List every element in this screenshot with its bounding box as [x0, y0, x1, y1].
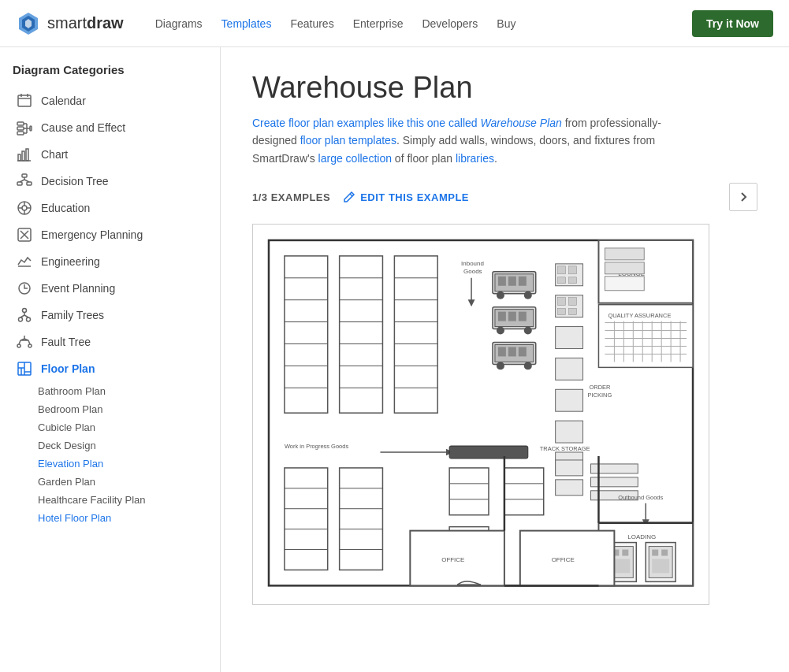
- sidebar-item-calendar[interactable]: Calendar: [13, 87, 207, 114]
- svg-rect-112: [556, 421, 583, 443]
- nav-developers[interactable]: Developers: [422, 17, 478, 30]
- svg-point-27: [22, 206, 27, 210]
- svg-text:TRACK STORAGE: TRACK STORAGE: [540, 445, 590, 452]
- svg-line-52: [350, 194, 352, 196]
- svg-point-98: [524, 362, 532, 370]
- svg-rect-61: [340, 256, 383, 413]
- svg-text:Goods: Goods: [463, 268, 482, 275]
- navbar: smartdraw Diagrams Templates Features En…: [0, 0, 789, 47]
- svg-rect-87: [498, 312, 506, 321]
- svg-point-91: [524, 327, 532, 335]
- sidebar-label-engineering: Engineering: [41, 255, 100, 268]
- cause-effect-icon: [16, 119, 33, 136]
- sidebar-label-event: Event Planning: [41, 282, 115, 295]
- svg-rect-94: [498, 347, 506, 357]
- svg-rect-15: [30, 126, 32, 131]
- sidebar-item-event[interactable]: Event Planning: [13, 275, 207, 302]
- sidebar-label-decision-tree: Decision Tree: [41, 175, 109, 187]
- svg-rect-120: [605, 262, 644, 274]
- sidebar-item-family-trees[interactable]: Family Trees: [13, 302, 207, 329]
- svg-rect-16: [18, 154, 20, 161]
- example-bar: 1/3 EXAMPLES EDIT THIS EXAMPLE: [252, 183, 757, 211]
- svg-point-45: [17, 344, 20, 347]
- nav-buy[interactable]: Buy: [497, 17, 515, 30]
- next-example-button[interactable]: [729, 183, 757, 211]
- svg-rect-80: [498, 277, 506, 286]
- main-container: Diagram Categories Calendar: [0, 47, 789, 672]
- nav-features[interactable]: Features: [290, 17, 333, 30]
- svg-text:ORDER: ORDER: [590, 384, 612, 391]
- svg-rect-107: [558, 309, 566, 315]
- family-trees-icon: [16, 306, 33, 324]
- svg-rect-68: [394, 256, 437, 413]
- floor-plan-icon: [16, 360, 33, 377]
- sub-item-cubicle[interactable]: Cubicle Plan: [38, 418, 207, 436]
- nav-links: Diagrams Templates Features Enterprise D…: [155, 17, 692, 30]
- sub-item-bedroom[interactable]: Bedroom Plan: [38, 400, 207, 418]
- svg-rect-106: [569, 298, 577, 306]
- sidebar-item-chart[interactable]: Chart: [13, 141, 207, 168]
- svg-text:Inbound: Inbound: [461, 260, 484, 267]
- sidebar: Diagram Categories Calendar: [0, 47, 221, 672]
- edit-example-link[interactable]: EDIT THIS EXAMPLE: [343, 191, 469, 203]
- sidebar-label-calendar: Calendar: [41, 95, 86, 107]
- svg-rect-89: [519, 312, 527, 321]
- emergency-icon: [16, 226, 33, 243]
- sidebar-heading: Diagram Categories: [13, 63, 207, 76]
- sub-item-elevation[interactable]: Elevation Plan: [38, 455, 207, 473]
- sidebar-label-cause-effect: Cause and Effect: [41, 121, 125, 134]
- nav-enterprise[interactable]: Enterprise: [353, 17, 404, 30]
- svg-text:Work in Progress Goods: Work in Progress Goods: [285, 443, 348, 450]
- event-icon: [16, 280, 33, 297]
- sidebar-item-decision-tree[interactable]: Decision Tree: [13, 168, 207, 195]
- decision-tree-icon: [16, 173, 33, 190]
- nav-templates[interactable]: Templates: [221, 17, 272, 30]
- svg-point-46: [28, 344, 32, 347]
- try-now-button[interactable]: Try it Now: [692, 10, 773, 37]
- svg-rect-54: [285, 256, 328, 413]
- svg-rect-102: [558, 277, 566, 284]
- svg-rect-17: [22, 151, 24, 161]
- svg-point-84: [524, 291, 532, 299]
- example-count: 1/3 EXAMPLES: [252, 191, 330, 203]
- sidebar-label-education: Education: [41, 202, 90, 214]
- svg-rect-156: [504, 468, 544, 515]
- page-title: Warehouse Plan: [252, 71, 757, 105]
- sub-item-hotel[interactable]: Hotel Floor Plan: [38, 509, 207, 527]
- svg-line-44: [28, 340, 30, 344]
- svg-rect-175: [652, 550, 658, 556]
- nav-diagrams[interactable]: Diagrams: [155, 17, 203, 30]
- svg-rect-145: [340, 468, 383, 570]
- sidebar-item-emergency[interactable]: Emergency Planning: [13, 221, 207, 248]
- svg-rect-177: [652, 559, 669, 574]
- svg-rect-20: [22, 174, 27, 177]
- warehouse-svg: Inbound Goods: [261, 232, 701, 593]
- calendar-icon: [16, 92, 33, 110]
- engineering-icon: [16, 253, 33, 270]
- sub-item-bathroom[interactable]: Bathroom Plan: [38, 382, 207, 400]
- svg-text:OFFICE: OFFICE: [441, 557, 464, 564]
- svg-rect-139: [449, 446, 528, 459]
- sub-item-garden[interactable]: Garden Plan: [38, 473, 207, 491]
- svg-rect-111: [556, 389, 583, 411]
- logo[interactable]: smartdraw: [16, 11, 124, 36]
- sidebar-item-cause-effect[interactable]: Cause and Effect: [13, 114, 207, 141]
- svg-rect-7: [17, 122, 24, 125]
- svg-text:PICKING: PICKING: [588, 392, 612, 399]
- svg-text:OFFICE: OFFICE: [552, 557, 575, 564]
- sidebar-item-education[interactable]: Education: [13, 195, 207, 221]
- sub-item-healthcare[interactable]: Healthcare Facility Plan: [38, 491, 207, 509]
- sidebar-label-emergency: Emergency Planning: [41, 228, 143, 241]
- logo-text: smartdraw: [47, 14, 124, 32]
- svg-rect-24: [17, 182, 22, 185]
- sidebar-item-engineering[interactable]: Engineering: [13, 248, 207, 275]
- sidebar-item-fault-tree[interactable]: Fault Tree: [13, 329, 207, 355]
- svg-rect-160: [556, 480, 583, 496]
- sidebar-item-floor-plan[interactable]: Floor Plan: [13, 355, 207, 382]
- svg-rect-100: [558, 266, 566, 274]
- chart-icon: [16, 146, 33, 163]
- sub-item-deck[interactable]: Deck Design: [38, 436, 207, 455]
- svg-point-83: [497, 291, 504, 299]
- warehouse-diagram: Inbound Goods: [252, 224, 709, 604]
- svg-point-90: [497, 327, 504, 335]
